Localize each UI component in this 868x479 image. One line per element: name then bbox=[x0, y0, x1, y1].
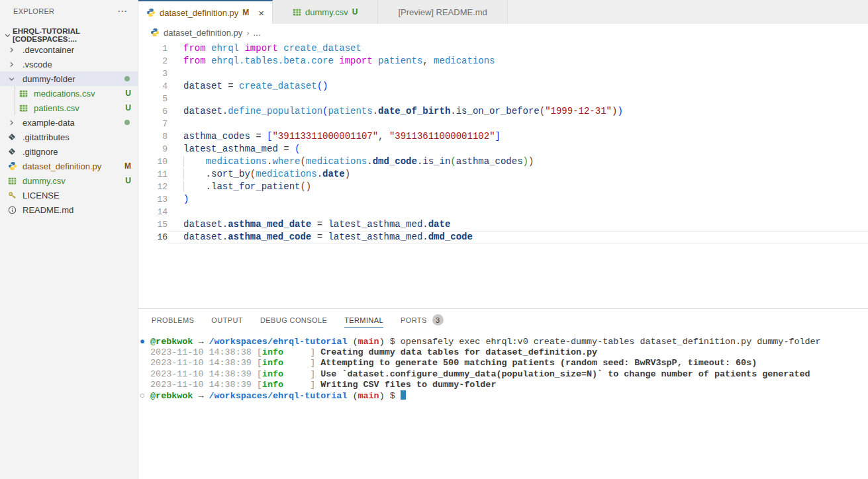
code-line-content: asthma_codes = ["39113311000001107", "39… bbox=[168, 130, 868, 143]
code-line-15: 15dataset.asthma_med_date = latest_asthm… bbox=[138, 218, 868, 231]
line-number: 1 bbox=[138, 42, 168, 55]
panel-tab-label: PORTS bbox=[401, 316, 427, 324]
explorer-header: EXPLORER ⋯ bbox=[0, 0, 138, 22]
tree-item-dummy-folder[interactable]: dummy-folder bbox=[0, 71, 138, 86]
git-icon bbox=[8, 148, 23, 155]
terminal-line: ● @rebkwok → /workspaces/ehrql-tutorial … bbox=[140, 337, 868, 347]
tree-item-label: README.md bbox=[23, 205, 73, 215]
key-icon bbox=[8, 191, 23, 200]
code-line-content bbox=[168, 93, 868, 105]
tree-item-example-data[interactable]: example-data bbox=[0, 115, 138, 130]
tree-item-devcontainer[interactable]: .devcontainer bbox=[0, 42, 138, 57]
code-line-content: ) bbox=[168, 193, 868, 206]
code-line-1: 1from ehrql import create_dataset bbox=[138, 42, 868, 55]
terminal-line: 2023-11-10 14:38:38 [info ] Creating dum… bbox=[140, 347, 868, 358]
tab-preview-readme-md[interactable]: [Preview] README.md bbox=[378, 0, 507, 24]
tab-label: dataset_definition.py bbox=[160, 8, 238, 18]
tab-git-status-badge: M bbox=[242, 8, 249, 17]
code-line-content bbox=[168, 67, 868, 80]
tree-item-gitattributes[interactable]: .gitattributes bbox=[0, 130, 138, 144]
tree-item-label: medications.csv bbox=[34, 89, 95, 99]
explorer-title: EXPLORER bbox=[13, 7, 54, 15]
ports-count-badge: 3 bbox=[432, 314, 444, 326]
code-line-content: dataset = create_dataset() bbox=[168, 80, 868, 93]
line-number: 16 bbox=[138, 231, 168, 243]
code-editor[interactable]: 1from ehrql import create_dataset2from e… bbox=[138, 41, 868, 308]
tree-item-medications-csv[interactable]: medications.csvU bbox=[0, 86, 138, 101]
code-line-content: dataset.define_population(patients.date_… bbox=[168, 105, 868, 118]
tree-item-vscode[interactable]: .vscode bbox=[0, 57, 138, 71]
chevron-right-icon bbox=[8, 119, 23, 126]
terminal[interactable]: ● @rebkwok → /workspaces/ehrql-tutorial … bbox=[138, 331, 868, 401]
tree-item-license[interactable]: LICENSE bbox=[0, 188, 138, 202]
tree-item-gitignore[interactable]: .gitignore bbox=[0, 144, 138, 159]
explorer-root-folder[interactable]: EHRQL-TUTORIAL [CODESPACES:... bbox=[0, 28, 138, 42]
bottom-panel: PROBLEMSOUTPUTDEBUG CONSOLETERMINALPORTS… bbox=[138, 308, 868, 479]
line-number: 9 bbox=[138, 143, 168, 155]
python-icon bbox=[146, 8, 156, 17]
chevron-right-icon bbox=[8, 61, 23, 68]
panel-tab-problems[interactable]: PROBLEMS bbox=[152, 312, 194, 328]
explorer-more-actions-icon[interactable]: ⋯ bbox=[117, 5, 128, 17]
tree-item-label: .devcontainer bbox=[23, 45, 74, 55]
code-line-12: 12 .last_for_patient() bbox=[138, 181, 868, 193]
tree-item-label: .vscode bbox=[23, 60, 52, 69]
breadcrumb[interactable]: dataset_definition.py › ... bbox=[138, 24, 868, 41]
breadcrumb-file[interactable]: dataset_definition.py bbox=[164, 28, 242, 38]
terminal-line: ○ @rebkwok → /workspaces/ehrql-tutorial … bbox=[140, 390, 868, 401]
tree-item-label: patients.csv bbox=[34, 103, 79, 113]
terminal-line: 2023-11-10 14:38:39 [info ] Writing CSV … bbox=[140, 380, 868, 390]
terminal-cursor bbox=[401, 390, 406, 400]
line-number: 4 bbox=[138, 80, 168, 93]
code-line-6: 6dataset.define_population(patients.date… bbox=[138, 105, 868, 118]
tab-dummy-csv[interactable]: dummy.csvU bbox=[273, 0, 378, 24]
panel-tab-terminal[interactable]: TERMINAL bbox=[344, 312, 383, 328]
info-icon bbox=[8, 206, 23, 214]
code-line-content: from ehrql import create_dataset bbox=[168, 42, 868, 55]
code-line-8: 8asthma_codes = ["39113311000001107", "3… bbox=[138, 130, 868, 143]
line-number: 13 bbox=[138, 193, 168, 206]
terminal-line: 2023-11-10 14:38:39 [info ] Attempting t… bbox=[140, 358, 868, 369]
code-line-content: medications.where(medications.dmd_code.i… bbox=[168, 155, 868, 168]
code-line-9: 9latest_asthma_med = ( bbox=[138, 143, 868, 155]
tree-item-dummy-csv[interactable]: dummy.csvU bbox=[0, 173, 138, 188]
chevron-down-icon bbox=[8, 75, 23, 83]
python-icon bbox=[150, 28, 160, 37]
line-number: 11 bbox=[138, 168, 168, 181]
code-line-3: 3 bbox=[138, 67, 868, 80]
table-icon bbox=[19, 89, 34, 98]
line-number: 12 bbox=[138, 181, 168, 193]
tree-item-dataset-definition-py[interactable]: dataset_definition.pyM bbox=[0, 159, 138, 173]
code-line-content bbox=[168, 118, 868, 130]
code-line-10: 10 medications.where(medications.dmd_cod… bbox=[138, 155, 868, 168]
panel-tab-ports[interactable]: PORTS3 bbox=[401, 312, 444, 328]
tree-item-label: dataset_definition.py bbox=[23, 161, 101, 171]
code-line-content: .sort_by(medications.date) bbox=[168, 168, 868, 181]
code-line-4: 4dataset = create_dataset() bbox=[138, 80, 868, 93]
panel-tab-output[interactable]: OUTPUT bbox=[211, 312, 243, 328]
git-status-badge: M bbox=[124, 161, 131, 171]
code-line-content: dataset.asthma_med_date = latest_asthma_… bbox=[168, 218, 868, 231]
line-number: 5 bbox=[138, 93, 168, 105]
panel-tab-bar: PROBLEMSOUTPUTDEBUG CONSOLETERMINALPORTS… bbox=[138, 309, 868, 331]
line-number: 7 bbox=[138, 118, 168, 130]
panel-tab-label: DEBUG CONSOLE bbox=[260, 316, 327, 324]
line-number: 8 bbox=[138, 130, 168, 143]
tab-dataset-definition-py[interactable]: dataset_definition.pyM× bbox=[138, 0, 273, 24]
terminal-line: 2023-11-10 14:38:39 [info ] Use `dataset… bbox=[140, 369, 868, 380]
breadcrumb-symbol-more[interactable]: ... bbox=[254, 28, 261, 38]
line-number: 10 bbox=[138, 155, 168, 168]
close-tab-icon[interactable]: × bbox=[258, 7, 264, 19]
vscode-window: EXPLORER ⋯ EHRQL-TUTORIAL [CODESPACES:..… bbox=[0, 0, 868, 479]
panel-tab-label: OUTPUT bbox=[211, 316, 243, 324]
panel-tab-debug-console[interactable]: DEBUG CONSOLE bbox=[260, 312, 327, 328]
file-tree: .devcontainer.vscodedummy-foldermedicati… bbox=[0, 42, 138, 217]
tree-item-readme-md[interactable]: README.md bbox=[0, 202, 138, 217]
code-line-16: 16dataset.asthma_med_code = latest_asthm… bbox=[138, 231, 868, 243]
code-line-14: 14 bbox=[138, 206, 868, 218]
table-icon bbox=[293, 8, 301, 17]
table-icon bbox=[8, 177, 23, 185]
code-line-5: 5 bbox=[138, 93, 868, 105]
tree-item-patients-csv[interactable]: patients.csvU bbox=[0, 101, 138, 115]
git-status-badge: U bbox=[125, 176, 131, 185]
